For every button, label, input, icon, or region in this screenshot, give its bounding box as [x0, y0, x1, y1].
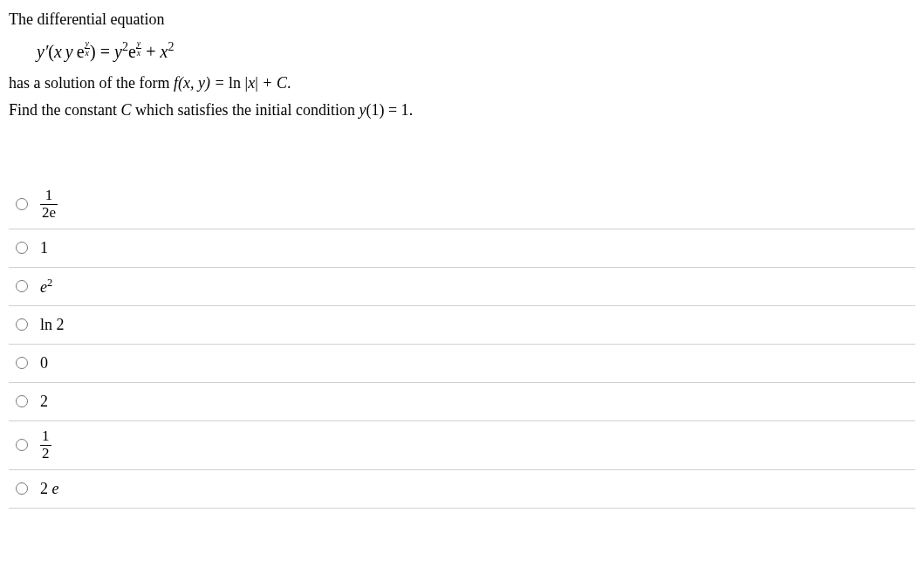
differential-equation: y′(x y eyx) = y2eyx + x2	[37, 39, 915, 62]
option-7-label: 12	[40, 428, 51, 461]
option-2[interactable]: 1	[9, 229, 915, 268]
option-6-label: 2	[40, 393, 48, 411]
option-5-radio[interactable]	[16, 357, 28, 369]
option-8-radio[interactable]	[16, 482, 28, 495]
option-1-label: 12e	[40, 188, 58, 221]
option-1-radio[interactable]	[16, 198, 28, 210]
option-6[interactable]: 2	[9, 383, 915, 421]
answer-options: 12e 1 e2 ln 2 0 2 12 2 e	[9, 181, 915, 509]
option-3-radio[interactable]	[16, 280, 28, 292]
option-2-label: 1	[40, 239, 48, 257]
option-4[interactable]: ln 2	[9, 306, 915, 345]
statement-solution-form: has a solution of the form f(x, y) = ln …	[9, 74, 915, 92]
option-8[interactable]: 2 e	[9, 470, 915, 509]
statement-find-constant: Find the constant C which satisfies the …	[9, 101, 915, 120]
option-5-label: 0	[40, 354, 48, 373]
option-4-label: ln 2	[40, 316, 65, 334]
intro-text: The differential equation	[9, 10, 915, 29]
option-1[interactable]: 12e	[9, 181, 915, 229]
option-5[interactable]: 0	[9, 345, 915, 383]
option-3-label: e2	[40, 277, 52, 297]
option-7[interactable]: 12	[9, 421, 915, 470]
option-4-radio[interactable]	[16, 318, 28, 331]
option-7-radio[interactable]	[16, 439, 28, 451]
option-6-radio[interactable]	[16, 395, 28, 407]
option-3[interactable]: e2	[9, 268, 915, 306]
option-2-radio[interactable]	[16, 242, 28, 254]
option-8-label: 2 e	[40, 480, 59, 498]
